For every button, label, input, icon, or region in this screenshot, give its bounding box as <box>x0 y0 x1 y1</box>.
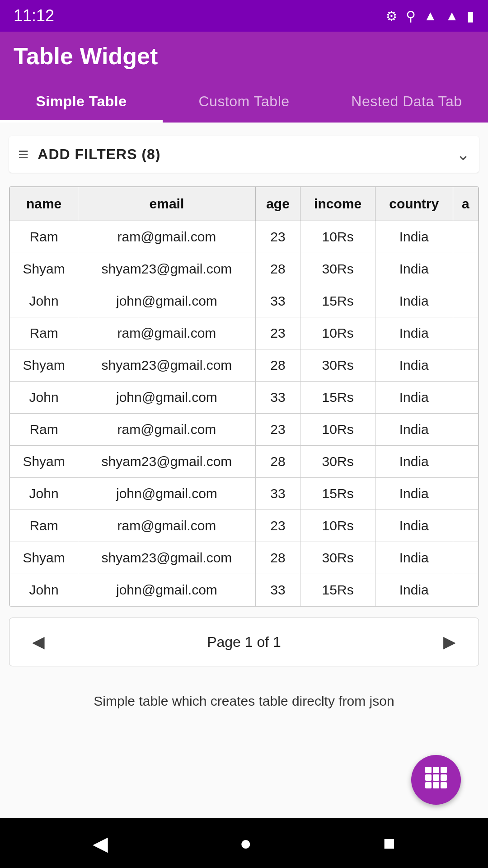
chevron-down-icon: ⌄ <box>456 145 470 164</box>
table-cell: John <box>10 478 78 510</box>
svg-rect-0 <box>425 767 432 773</box>
table-cell: 28 <box>255 349 300 382</box>
table-cell: 33 <box>255 285 300 317</box>
app-bar: Table Widget <box>0 32 488 80</box>
pagination: ◀ Page 1 of 1 ▶ <box>9 618 479 666</box>
table-cell <box>453 221 478 253</box>
table-cell: ram@gmail.com <box>78 221 256 253</box>
battery-icon: ▮ <box>467 8 474 24</box>
table-cell: 23 <box>255 221 300 253</box>
nav-bar: ◀ ● ■ <box>0 818 488 868</box>
table-cell: Ram <box>10 221 78 253</box>
table-header-row: name email age income country a <box>10 187 479 221</box>
table-cell: Ram <box>10 510 78 542</box>
next-page-button[interactable]: ▶ <box>434 629 465 655</box>
table-cell: 30Rs <box>300 349 375 382</box>
table-cell: India <box>375 382 453 414</box>
table-cell: India <box>375 446 453 478</box>
filter-bar[interactable]: ≡ ADD FILTERS (8) ⌄ <box>9 136 479 173</box>
table-cell: ram@gmail.com <box>78 317 256 349</box>
wifi-icon: ▲ <box>424 8 437 24</box>
table-row: Johnjohn@gmail.com3315RsIndia <box>10 285 479 317</box>
table-cell: john@gmail.com <box>78 478 256 510</box>
table-cell: john@gmail.com <box>78 382 256 414</box>
table-cell: 10Rs <box>300 317 375 349</box>
location-icon: ⚲ <box>406 8 416 24</box>
col-income: income <box>300 187 375 221</box>
table-cell: India <box>375 317 453 349</box>
table-cell: John <box>10 574 78 606</box>
table-cell: India <box>375 285 453 317</box>
table-cell: 33 <box>255 478 300 510</box>
table-cell <box>453 446 478 478</box>
table-cell: 30Rs <box>300 446 375 478</box>
table-cell: 15Rs <box>300 285 375 317</box>
col-name: name <box>10 187 78 221</box>
pagination-label: Page 1 of 1 <box>207 634 281 651</box>
table-cell: 28 <box>255 253 300 285</box>
table-cell: India <box>375 574 453 606</box>
signal-icon: ▲ <box>445 8 459 24</box>
col-country: country <box>375 187 453 221</box>
svg-rect-5 <box>441 774 447 781</box>
svg-rect-8 <box>441 782 447 788</box>
table-cell: shyam23@gmail.com <box>78 446 256 478</box>
table-row: Shyamshyam23@gmail.com2830RsIndia <box>10 542 479 574</box>
table-cell <box>453 414 478 446</box>
back-button[interactable]: ◀ <box>93 832 108 855</box>
table-cell: shyam23@gmail.com <box>78 253 256 285</box>
table-row: Johnjohn@gmail.com3315RsIndia <box>10 478 479 510</box>
table-cell: Shyam <box>10 349 78 382</box>
table-cell <box>453 478 478 510</box>
table-cell: John <box>10 382 78 414</box>
table: name email age income country a Ramram@g… <box>9 187 479 606</box>
table-cell <box>453 542 478 574</box>
table-cell <box>453 574 478 606</box>
table-body: Ramram@gmail.com2310RsIndiaShyamshyam23@… <box>10 221 479 606</box>
recent-apps-button[interactable]: ■ <box>383 832 395 854</box>
home-button[interactable]: ● <box>239 832 252 854</box>
table-cell <box>453 349 478 382</box>
filter-icon: ≡ <box>18 144 28 165</box>
svg-rect-3 <box>425 774 432 781</box>
table-cell: India <box>375 478 453 510</box>
table-cell: 10Rs <box>300 414 375 446</box>
table-cell: 23 <box>255 414 300 446</box>
tab-custom-table[interactable]: Custom Table <box>163 80 325 123</box>
table-cell <box>453 285 478 317</box>
fab-button[interactable] <box>411 755 461 805</box>
table-cell: Shyam <box>10 446 78 478</box>
prev-page-button[interactable]: ◀ <box>23 629 54 655</box>
table-cell: shyam23@gmail.com <box>78 349 256 382</box>
table-cell: India <box>375 253 453 285</box>
table-cell: India <box>375 349 453 382</box>
table-cell: 23 <box>255 510 300 542</box>
table-cell: ram@gmail.com <box>78 510 256 542</box>
svg-rect-6 <box>425 782 432 788</box>
table-cell <box>453 382 478 414</box>
gear-icon: ⚙ <box>385 8 398 24</box>
table-cell <box>453 253 478 285</box>
table-cell: 15Rs <box>300 478 375 510</box>
tab-simple-table[interactable]: Simple Table <box>0 80 163 123</box>
tab-nested-data[interactable]: Nested Data Tab <box>325 80 488 123</box>
table-cell: John <box>10 285 78 317</box>
table-cell: john@gmail.com <box>78 574 256 606</box>
table-row: Ramram@gmail.com2310RsIndia <box>10 510 479 542</box>
table-row: Shyamshyam23@gmail.com2830RsIndia <box>10 253 479 285</box>
description-text: Simple table which creates table direclt… <box>9 684 479 736</box>
table-cell: 33 <box>255 574 300 606</box>
table-cell: shyam23@gmail.com <box>78 542 256 574</box>
table-cell: 30Rs <box>300 253 375 285</box>
svg-rect-7 <box>433 782 439 788</box>
status-icons: ⚙ ⚲ ▲ ▲ ▮ <box>385 8 474 24</box>
table-cell: Ram <box>10 414 78 446</box>
grid-icon <box>424 766 448 794</box>
table-row: Ramram@gmail.com2310RsIndia <box>10 221 479 253</box>
col-age: age <box>255 187 300 221</box>
col-extra: a <box>453 187 478 221</box>
status-time: 11:12 <box>14 6 54 25</box>
main-content: ≡ ADD FILTERS (8) ⌄ name email age incom… <box>0 123 488 868</box>
filter-label: ADD FILTERS (8) <box>38 146 456 163</box>
table-cell: 30Rs <box>300 542 375 574</box>
